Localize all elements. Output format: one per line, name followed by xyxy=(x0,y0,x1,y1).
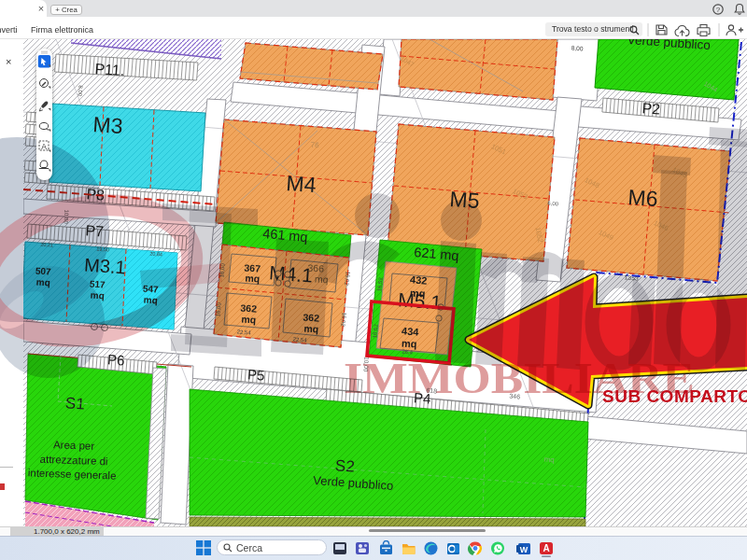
svg-text:M5.1: M5.1 xyxy=(397,288,442,313)
svg-text:432: 432 xyxy=(410,273,428,286)
svg-text:M4: M4 xyxy=(286,171,317,197)
svg-text:19,50: 19,50 xyxy=(96,246,109,253)
svg-text:P4: P4 xyxy=(414,389,432,406)
svg-text:mq: mq xyxy=(315,273,330,286)
svg-text:P5: P5 xyxy=(247,366,266,383)
svg-text:mq: mq xyxy=(35,276,50,287)
svg-text:M6: M6 xyxy=(627,185,659,211)
svg-text:S2: S2 xyxy=(334,456,355,475)
svg-text:P2: P2 xyxy=(641,100,661,117)
svg-text:507: 507 xyxy=(35,265,52,276)
svg-text:10,00: 10,00 xyxy=(63,209,69,224)
svg-text:?: ? xyxy=(716,6,721,14)
svg-text:547: 547 xyxy=(143,283,160,294)
svg-text:mq: mq xyxy=(241,313,257,325)
svg-text:6,00: 6,00 xyxy=(547,201,559,207)
svg-text:W: W xyxy=(520,545,529,554)
svg-text:P6: P6 xyxy=(107,351,126,368)
svg-text:26,4: 26,4 xyxy=(402,349,414,356)
svg-text:P7: P7 xyxy=(85,222,105,239)
svg-text:mq: mq xyxy=(143,294,158,305)
svg-text:10,00: 10,00 xyxy=(362,357,370,372)
svg-text:mq: mq xyxy=(402,337,417,349)
svg-text:8,00: 8,00 xyxy=(78,85,84,97)
svg-text:M3: M3 xyxy=(92,112,124,138)
svg-text:attrezzature di: attrezzature di xyxy=(40,454,108,468)
svg-text:Area per: Area per xyxy=(53,439,95,452)
svg-text:8,00: 8,00 xyxy=(571,45,584,52)
svg-text:mq: mq xyxy=(303,322,319,334)
svg-text:A: A xyxy=(543,543,549,553)
svg-text:A: A xyxy=(41,142,47,151)
svg-text:mq: mq xyxy=(90,289,105,301)
svg-text:M5: M5 xyxy=(449,187,481,213)
svg-text:mq: mq xyxy=(245,272,261,284)
svg-text:P11.: P11. xyxy=(94,61,125,78)
svg-text:M3.1: M3.1 xyxy=(84,254,127,277)
svg-text:346: 346 xyxy=(509,393,520,400)
svg-text:434: 434 xyxy=(402,325,420,337)
svg-text:517: 517 xyxy=(90,278,106,289)
svg-text:20,84: 20,84 xyxy=(149,251,162,258)
svg-text:1353: 1353 xyxy=(624,273,639,281)
svg-text:S1: S1 xyxy=(64,394,85,413)
svg-text:20,21: 20,21 xyxy=(40,242,53,248)
svg-text:76: 76 xyxy=(310,141,319,150)
svg-text:mq: mq xyxy=(543,455,555,465)
